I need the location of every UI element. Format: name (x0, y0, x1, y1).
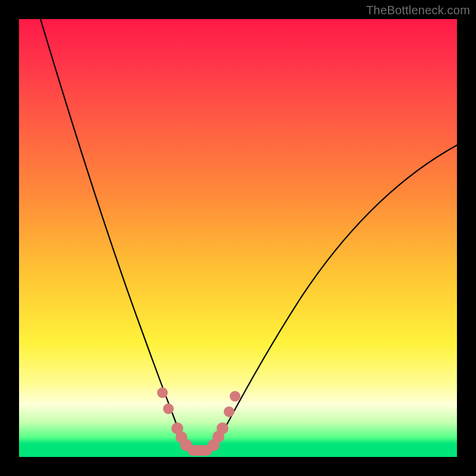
marker-dot (163, 403, 174, 414)
watermark-text: TheBottleneck.com (366, 4, 470, 17)
marker-dot (224, 406, 234, 417)
curve-right-branch (207, 145, 457, 450)
plot-area (19, 19, 457, 457)
curve-left-branch (40, 19, 193, 450)
chart-svg (19, 19, 457, 457)
chart-frame: TheBottleneck.com (0, 0, 476, 476)
marker-dot (230, 391, 240, 402)
marker-dot (157, 387, 168, 398)
marker-dot (217, 422, 228, 434)
